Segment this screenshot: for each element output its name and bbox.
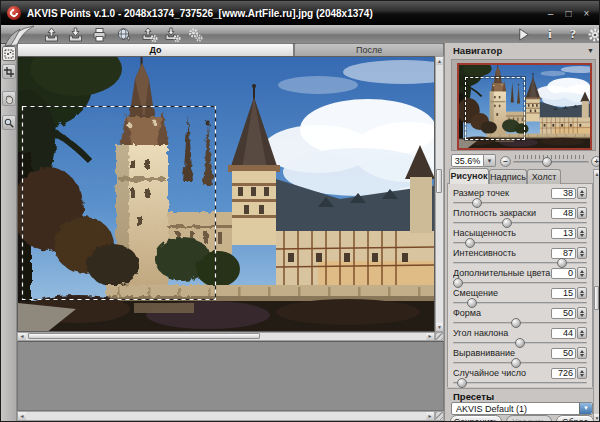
bottom-horizontal-scrollbar[interactable]: ◄ ► [17, 411, 435, 421]
param-value: 15 [563, 288, 573, 298]
tab-before[interactable]: До [17, 43, 294, 56]
tab-after[interactable]: После [294, 43, 444, 56]
navigator-title: Навигатор [453, 45, 502, 56]
preset-select[interactable]: AKVIS Default (1) ▼ [451, 402, 593, 415]
navigator-header[interactable]: Навигатор ▼ [445, 43, 600, 58]
param-slider[interactable] [453, 200, 587, 207]
preset-save-button[interactable]: Сохранить [450, 415, 502, 422]
param-spin-buttons[interactable] [577, 267, 587, 279]
param-spin-buttons[interactable] [577, 287, 587, 299]
param-label: Смещение [453, 288, 551, 298]
param-slider[interactable] [453, 320, 587, 327]
zoom-out-button[interactable]: − [500, 156, 511, 167]
param-value-box[interactable]: 87 [551, 248, 576, 259]
param-label: Дополнительные цвета [453, 268, 551, 278]
preview-area-tool[interactable] [2, 46, 16, 61]
crop-tool[interactable] [2, 64, 16, 79]
param-spin-buttons[interactable] [577, 367, 587, 379]
navigator-collapse-icon[interactable]: ▼ [587, 47, 594, 54]
param-spin-buttons[interactable] [577, 307, 587, 319]
minimize-button[interactable]: – [545, 8, 556, 19]
param-slider[interactable] [453, 260, 587, 267]
empty-panel [17, 341, 444, 411]
publish-to-web-button[interactable] [113, 26, 133, 43]
param-label: Насыщенность [453, 228, 551, 238]
param-value: 48 [563, 208, 573, 218]
panel-scrollbar[interactable]: ▲ ▼ [593, 169, 600, 422]
param-value: 50 [563, 308, 573, 318]
zoom-dropdown-button[interactable]: ▼ [484, 154, 496, 167]
about-program-button[interactable]: i [540, 26, 560, 43]
navigator-viewport-frame[interactable] [465, 77, 525, 140]
save-image-button[interactable] [65, 26, 85, 43]
param-value-box[interactable]: 726 [551, 368, 576, 379]
bottom-resize-grip[interactable] [435, 411, 444, 421]
zoom-in-button[interactable]: + [591, 156, 600, 167]
presets-separator [447, 388, 593, 389]
param-value-box[interactable]: 13 [551, 228, 576, 239]
param-spin-buttons[interactable] [577, 327, 587, 339]
param-value: 50 [563, 348, 573, 358]
param-spin-buttons[interactable] [577, 187, 587, 199]
param-value-box[interactable]: 44 [551, 328, 576, 339]
param-spin-buttons[interactable] [577, 247, 587, 259]
run-processing-button[interactable] [513, 26, 533, 43]
param-label: Угол наклона [453, 328, 551, 338]
param-value-box[interactable]: 38 [551, 188, 576, 199]
zoom-tool[interactable] [2, 115, 16, 130]
preset-delete-button[interactable]: Удалить [506, 415, 552, 422]
param-slider[interactable] [453, 340, 587, 347]
param-value: 726 [558, 368, 573, 378]
param-label: Случайное число [453, 368, 551, 378]
param-row: Насыщенность13 [453, 227, 587, 247]
help-button[interactable]: ? [563, 26, 583, 43]
param-row: Дополнительные цвета0 [453, 267, 587, 287]
image-canvas[interactable] [17, 56, 435, 332]
open-image-button[interactable] [41, 26, 61, 43]
title-bar[interactable]: AKVIS Points v.1.0 - 2048x1374_737526_[w… [1, 1, 599, 25]
param-slider[interactable] [453, 280, 587, 287]
tab-text[interactable]: Надпись [489, 169, 527, 184]
preset-dropdown-icon[interactable]: ▼ [579, 403, 592, 414]
close-button[interactable]: × [581, 8, 592, 19]
param-slider[interactable] [453, 240, 587, 247]
zoom-slider-thumb[interactable] [542, 157, 552, 167]
param-slider[interactable] [453, 360, 587, 367]
param-value-box[interactable]: 50 [551, 308, 576, 319]
param-slider[interactable] [453, 220, 587, 227]
view-resize-grip[interactable] [435, 332, 444, 341]
param-row: Угол наклона44 [453, 327, 587, 347]
view-vertical-scrollbar[interactable]: ▲ ▼ [435, 56, 444, 332]
param-value-box[interactable]: 0 [551, 268, 576, 279]
zoom-slider[interactable] [513, 161, 589, 164]
view-horizontal-scrollbar[interactable]: ◄ ► [17, 332, 435, 341]
param-spin-buttons[interactable] [577, 347, 587, 359]
param-label: Выравнивание [453, 348, 551, 358]
tab-canvas[interactable]: Холст [527, 169, 561, 184]
param-row: Выравнивание50 [453, 347, 587, 367]
param-slider-thumb[interactable] [457, 378, 467, 388]
param-label: Плотность закраски [453, 208, 551, 218]
presets-label: Пресеты [453, 391, 494, 402]
tab-drawing[interactable]: Рисунок [449, 168, 489, 184]
zoom-value-field[interactable]: 35.6% [451, 154, 484, 167]
param-value: 13 [563, 228, 573, 238]
maximize-button[interactable]: □ [563, 8, 574, 19]
param-spin-buttons[interactable] [577, 227, 587, 239]
hand-tool[interactable] [2, 91, 16, 106]
batch-processing-button[interactable] [185, 26, 205, 43]
import-presets-button[interactable] [139, 26, 159, 43]
preferences-button[interactable] [585, 26, 600, 43]
param-value-box[interactable]: 48 [551, 208, 576, 219]
print-image-button[interactable] [89, 26, 109, 43]
preset-reset-button[interactable]: Сброс [556, 415, 594, 422]
export-presets-button[interactable] [162, 26, 182, 43]
akvis-points-window: AKVIS Points v.1.0 - 2048x1374_737526_[w… [0, 0, 600, 422]
param-value-box[interactable]: 15 [551, 288, 576, 299]
param-label: Интенсивность [453, 248, 551, 258]
param-spin-buttons[interactable] [577, 207, 587, 219]
param-value-box[interactable]: 50 [551, 348, 576, 359]
navigator-thumbnail[interactable] [457, 63, 592, 150]
param-slider[interactable] [453, 300, 587, 307]
param-slider[interactable] [453, 380, 587, 387]
